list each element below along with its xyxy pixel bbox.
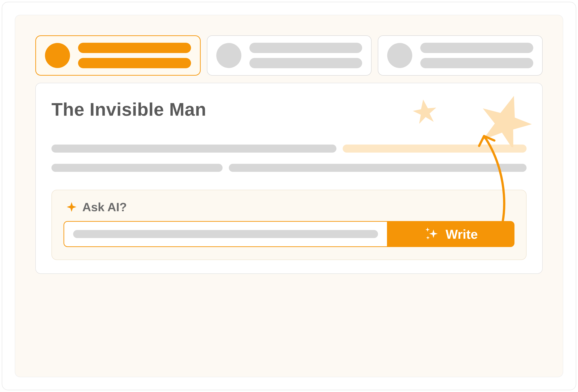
content-card: The Invisible Man [35,83,543,274]
tab-card-2[interactable] [207,35,372,76]
placeholder-line [73,230,378,238]
write-button-label: Write [446,227,478,242]
tab-avatar [45,43,70,68]
placeholder-line [420,43,533,53]
ask-ai-panel: Ask AI? Write [51,190,527,260]
sparkle-icon [66,201,77,213]
tabs-row [35,35,543,76]
ask-ai-input-row: Write [63,221,515,247]
ask-ai-header: Ask AI? [63,200,515,214]
text-row [51,145,527,152]
content-title: The Invisible Man [51,99,527,120]
text-row [51,164,527,172]
tab-lines [249,43,362,68]
ask-ai-label: Ask AI? [82,200,127,214]
tab-avatar [216,43,241,68]
placeholder-line [229,164,527,172]
app-canvas: The Invisible Man [15,15,563,377]
placeholder-line [249,43,362,53]
star-decoration-small-icon [412,99,437,124]
placeholder-line [51,164,223,172]
write-button[interactable]: Write [387,221,515,247]
outer-frame: The Invisible Man [2,2,576,390]
tab-card-1[interactable] [35,35,201,76]
placeholder-line [51,145,337,152]
tab-avatar [387,43,412,68]
tab-lines [420,43,533,68]
placeholder-line [420,58,533,68]
placeholder-line [78,43,191,53]
ask-ai-input[interactable] [63,221,387,247]
placeholder-line [249,58,362,68]
placeholder-line [78,58,191,68]
tab-lines [78,43,191,68]
star-decoration-large-icon [479,94,533,147]
content-text-body [51,145,527,172]
tab-card-3[interactable] [378,35,543,76]
sparkles-icon [424,226,439,242]
